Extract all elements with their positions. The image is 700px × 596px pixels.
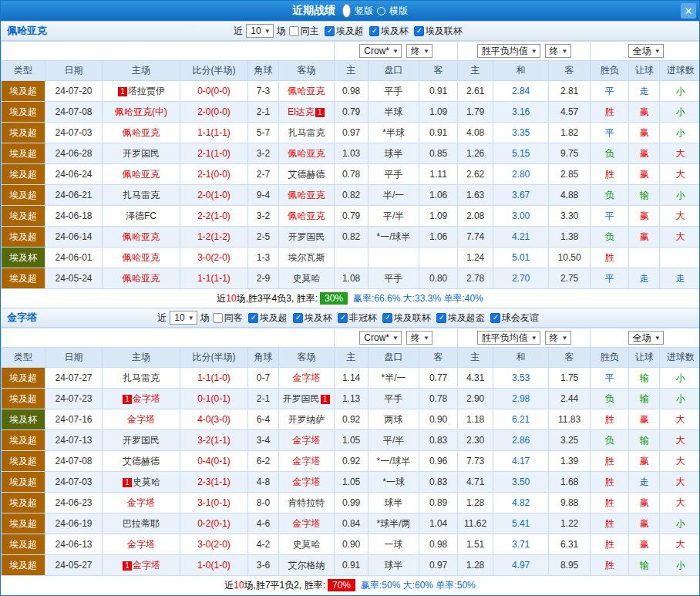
bookmaker-select[interactable]: Crow*▼ xyxy=(359,44,402,58)
asia-away-odds: 1.09 xyxy=(419,102,458,123)
checkbox-checked[interactable] xyxy=(382,313,392,323)
league-cell: 埃及超 xyxy=(2,81,45,102)
asia-away-odds: 0.91 xyxy=(419,123,458,143)
matches-tbody: 埃及超24-07-27扎马雷克1-1(1-0)0-7金字塔1.14*半/一0.7… xyxy=(2,368,700,576)
odds-mode-select[interactable]: 胜平负均值▼ xyxy=(477,44,540,58)
col-goals: 进球数 xyxy=(660,348,700,368)
goals-result-cell: 小 xyxy=(660,555,700,576)
goals-result-cell: 大 xyxy=(660,143,700,164)
checkbox-checked[interactable] xyxy=(436,313,446,323)
bookmaker-select[interactable]: Crow*▼ xyxy=(359,331,402,345)
home-team-cell: 开罗国民 xyxy=(103,430,180,451)
odds-mode-select[interactable]: 胜平负均值▼ xyxy=(477,331,540,345)
team-name: 金字塔 xyxy=(127,414,155,425)
corner-cell: 1-3 xyxy=(248,247,279,268)
asia-away-odds: 0.89 xyxy=(419,493,458,514)
asia-away-odds: 0.90 xyxy=(419,409,458,430)
corner-cell: 2-5 xyxy=(248,227,279,247)
handicap-result-cell: 走 xyxy=(629,472,660,493)
goals-result-cell: 小 xyxy=(660,102,700,123)
match-row: 埃及超24-06-21扎马雷克2-0(1-0)9-4佩哈亚克0.82半/一1.0… xyxy=(2,185,700,206)
near-count-select[interactable]: 10▼ xyxy=(170,311,197,325)
team-name: 埃尔瓦斯 xyxy=(288,252,325,263)
match-row: 埃及杯24-07-16金字塔4-0(3-0)6-4开罗纳萨0.92两球0.901… xyxy=(2,409,700,430)
result-cell: 负 xyxy=(591,185,629,206)
book-state-select[interactable]: 终▼ xyxy=(406,331,432,345)
away-team-cell: 金字塔 xyxy=(279,451,335,472)
result-cell: 平 xyxy=(591,368,629,389)
odds-controls-row: Crow*▼ 终▼ 胜平负均值▼ 终▼ 全场▼ xyxy=(2,42,700,61)
euro-home-odds: 1.63 xyxy=(458,185,493,206)
away-team-cell: El达克1 xyxy=(279,102,335,123)
euro-home-odds: 2.78 xyxy=(458,268,493,289)
checkbox-checked[interactable] xyxy=(248,313,258,323)
asia-handicap: 一球 xyxy=(369,534,419,555)
date-cell: 24-06-18 xyxy=(45,206,103,227)
checkbox-checked[interactable] xyxy=(490,313,500,323)
score-cell: 3-0(2-0) xyxy=(180,247,248,268)
goals-result-cell: 大 xyxy=(660,227,700,247)
close-button[interactable]: ✕ xyxy=(681,3,696,19)
checkbox-checked[interactable] xyxy=(338,313,348,323)
filter-label: 同客 xyxy=(224,311,243,325)
asia-home-odds xyxy=(335,247,369,268)
away-team-cell: 金字塔 xyxy=(279,472,335,493)
handicap-result-cell: 赢 xyxy=(629,451,660,472)
euro-draw-odds: 3.00 xyxy=(493,206,549,227)
scope-select[interactable]: 全场▼ xyxy=(628,331,664,345)
team-name: 开罗纳萨 xyxy=(288,414,325,425)
home-team-cell: 泽德FC xyxy=(103,206,180,227)
near-count-select[interactable]: 10▼ xyxy=(246,24,273,38)
checkbox-checked[interactable] xyxy=(325,26,335,36)
chevron-down-icon: ▼ xyxy=(423,335,429,342)
league-cell: 埃及超 xyxy=(2,493,45,514)
score-cell: 3-2(1-1) xyxy=(180,430,248,451)
checkbox-checked[interactable] xyxy=(369,26,379,36)
radio-vertical-layout[interactable] xyxy=(342,4,351,18)
asia-handicap: 平手 xyxy=(369,268,419,289)
asia-handicap: 球半 xyxy=(369,555,419,576)
handicap-result-cell: 赢 xyxy=(629,164,660,185)
score-cell: 2-2(1-0) xyxy=(180,206,248,227)
chevron-down-icon: ▼ xyxy=(423,48,429,55)
col-handicap: 让球 xyxy=(629,61,660,81)
checkbox-unchecked[interactable] xyxy=(289,26,299,36)
asia-away-odds: 0.91 xyxy=(419,81,458,102)
result-cell: 平 xyxy=(591,123,629,143)
summary-bar: 近10场,胜7平1负2, 胜率: 70% 赢率:50% 大:60% 单率:50% xyxy=(1,576,699,594)
result-cell: 负 xyxy=(591,227,629,247)
asia-away-odds: 0.83 xyxy=(419,472,458,493)
asia-handicap: 半/一 xyxy=(369,185,419,206)
match-row: 埃及超24-05-24佩哈亚克1-1(1-1)2-9史莫哈1.08平手0.802… xyxy=(2,268,700,289)
checkbox-checked[interactable] xyxy=(414,26,424,36)
handicap-result-cell: 输 xyxy=(629,185,660,206)
asia-handicap: 平手 xyxy=(369,164,419,185)
empty-header-cell xyxy=(2,328,335,348)
corner-cell: 4-2 xyxy=(248,534,279,555)
date-cell: 24-05-24 xyxy=(45,268,103,289)
home-team-cell: 扎马雷克 xyxy=(103,185,180,206)
col-euro-away: 客 xyxy=(549,61,591,81)
asia-handicap: 平手 xyxy=(369,389,419,409)
handicap-result-cell: 赢 xyxy=(629,102,660,123)
radio-horizontal-layout[interactable] xyxy=(377,7,385,15)
checkbox-checked[interactable] xyxy=(293,313,303,323)
euro-home-odds: 1.79 xyxy=(458,102,493,123)
red-card-badge: 1 xyxy=(315,108,325,117)
scope-select[interactable]: 全场▼ xyxy=(628,44,664,58)
asia-away-odds xyxy=(419,247,458,268)
title-bar: 近期战绩 竖版 横版 ✕ xyxy=(1,1,699,21)
euro-draw-odds: 3.50 xyxy=(493,472,549,493)
league-cell: 埃及超 xyxy=(2,430,45,451)
goals-result-cell: 大 xyxy=(660,534,700,555)
home-team-cell: 金字塔 xyxy=(103,534,180,555)
checkbox-unchecked[interactable] xyxy=(213,313,223,323)
goals-result-cell: 走 xyxy=(660,268,700,289)
odds-state-select[interactable]: 终▼ xyxy=(545,331,571,345)
score-cell: 4-0(3-0) xyxy=(180,409,248,430)
odds-state-select[interactable]: 终▼ xyxy=(545,44,571,58)
goals-result-cell: 大 xyxy=(660,409,700,430)
goals-result-cell: 大 xyxy=(660,164,700,185)
asia-handicap: *球半/两 xyxy=(369,514,419,534)
book-state-select[interactable]: 终▼ xyxy=(406,44,432,58)
